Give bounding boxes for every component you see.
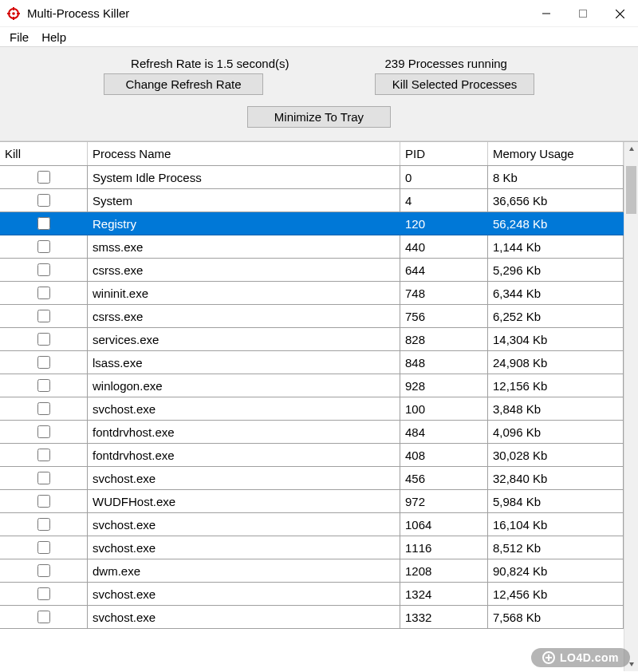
kill-cell — [0, 606, 88, 629]
kill-checkbox[interactable] — [37, 518, 50, 531]
process-name-cell: WUDFHost.exe — [88, 490, 400, 513]
table-row[interactable]: WUDFHost.exe9725,984 Kb — [0, 490, 624, 513]
vertical-scrollbar[interactable] — [624, 142, 638, 671]
table-row[interactable]: fontdrvhost.exe40830,028 Kb — [0, 444, 624, 467]
table-row[interactable]: wininit.exe7486,344 Kb — [0, 282, 624, 305]
kill-cell — [0, 235, 88, 259]
table-row[interactable]: winlogon.exe92812,156 Kb — [0, 374, 624, 397]
pid-cell: 748 — [400, 282, 488, 305]
watermark-text: LO4D.com — [560, 651, 619, 664]
minimize-to-tray-button[interactable]: Minimize To Tray — [247, 106, 391, 128]
memory-cell: 7,568 Kb — [488, 606, 624, 629]
memory-cell: 6,344 Kb — [488, 282, 624, 305]
kill-checkbox[interactable] — [37, 611, 50, 623]
kill-checkbox[interactable] — [37, 425, 50, 438]
table-row[interactable]: svchost.exe13327,568 Kb — [0, 606, 624, 629]
pid-cell: 484 — [400, 421, 488, 444]
process-name-cell: svchost.exe — [88, 606, 400, 629]
column-process-name[interactable]: Process Name — [88, 142, 400, 165]
kill-selected-processes-button[interactable]: Kill Selected Processes — [375, 73, 534, 95]
table-row[interactable]: Registry12056,248 Kb — [0, 212, 624, 235]
memory-cell: 1,144 Kb — [488, 235, 624, 259]
process-name-cell: fontdrvhost.exe — [88, 421, 400, 444]
column-kill[interactable]: Kill — [0, 142, 88, 165]
process-name-cell: System Idle Process — [88, 166, 400, 189]
table-row[interactable]: svchost.exe106416,104 Kb — [0, 513, 624, 536]
change-refresh-rate-button[interactable]: Change Refresh Rate — [104, 73, 263, 95]
table-row[interactable]: fontdrvhost.exe4844,096 Kb — [0, 421, 624, 444]
toolbar-panel: Refresh Rate is 1.5 second(s) 239 Proces… — [0, 46, 638, 141]
menu-file[interactable]: File — [3, 29, 35, 45]
memory-cell: 5,984 Kb — [488, 490, 624, 513]
svg-rect-7 — [580, 10, 587, 18]
maximize-button[interactable] — [565, 0, 601, 27]
kill-cell — [0, 351, 88, 374]
watermark-icon — [542, 651, 555, 664]
kill-checkbox[interactable] — [37, 333, 50, 346]
kill-cell — [0, 166, 88, 189]
process-name-cell: wininit.exe — [88, 282, 400, 305]
memory-cell: 56,248 Kb — [488, 212, 624, 235]
scroll-up-arrow-icon[interactable] — [624, 142, 638, 156]
table-row[interactable]: lsass.exe84824,908 Kb — [0, 351, 624, 374]
table-row[interactable]: csrss.exe6445,296 Kb — [0, 259, 624, 282]
table-row[interactable]: svchost.exe11168,512 Kb — [0, 536, 624, 559]
memory-cell: 12,456 Kb — [488, 583, 624, 606]
pid-cell: 0 — [400, 166, 488, 189]
kill-checkbox[interactable] — [37, 171, 50, 184]
process-count-label: 239 Processes running — [384, 57, 506, 70]
memory-cell: 14,304 Kb — [488, 328, 624, 351]
kill-checkbox[interactable] — [37, 263, 50, 276]
kill-cell — [0, 374, 88, 397]
kill-cell — [0, 536, 88, 559]
kill-cell — [0, 259, 88, 282]
pid-cell: 848 — [400, 351, 488, 374]
kill-checkbox[interactable] — [37, 472, 50, 484]
kill-checkbox[interactable] — [37, 310, 50, 322]
menu-help[interactable]: Help — [35, 29, 73, 45]
kill-checkbox[interactable] — [37, 564, 50, 577]
table-row[interactable]: smss.exe4401,144 Kb — [0, 235, 624, 259]
kill-checkbox[interactable] — [37, 194, 50, 207]
column-memory-usage[interactable]: Memory Usage — [488, 142, 624, 165]
memory-cell: 4,096 Kb — [488, 421, 624, 444]
kill-checkbox[interactable] — [37, 287, 50, 299]
table-row[interactable]: svchost.exe1003,848 Kb — [0, 397, 624, 421]
memory-cell: 12,156 Kb — [488, 374, 624, 397]
table-row[interactable]: System Idle Process08 Kb — [0, 166, 624, 189]
table-row[interactable]: dwm.exe120890,824 Kb — [0, 559, 624, 583]
titlebar: Multi-Process Killer — [0, 0, 638, 27]
pid-cell: 440 — [400, 235, 488, 259]
process-name-cell: fontdrvhost.exe — [88, 444, 400, 467]
table-row[interactable]: svchost.exe132412,456 Kb — [0, 583, 624, 606]
pid-cell: 100 — [400, 397, 488, 421]
scroll-thumb[interactable] — [626, 166, 636, 214]
kill-checkbox[interactable] — [37, 379, 50, 392]
pid-cell: 644 — [400, 259, 488, 282]
kill-cell — [0, 421, 88, 444]
kill-checkbox[interactable] — [37, 541, 50, 554]
minimize-button[interactable] — [528, 0, 565, 27]
svg-marker-11 — [629, 662, 634, 666]
table-row[interactable]: svchost.exe45632,840 Kb — [0, 467, 624, 490]
kill-checkbox[interactable] — [37, 449, 50, 461]
kill-checkbox[interactable] — [37, 587, 50, 600]
kill-checkbox[interactable] — [37, 402, 50, 415]
kill-checkbox[interactable] — [37, 217, 50, 230]
kill-checkbox[interactable] — [37, 356, 50, 369]
table-row[interactable]: services.exe82814,304 Kb — [0, 328, 624, 351]
memory-cell: 8,512 Kb — [488, 536, 624, 559]
process-table: Kill Process Name PID Memory Usage Syste… — [0, 141, 638, 671]
memory-cell: 8 Kb — [488, 166, 624, 189]
table-row[interactable]: csrss.exe7566,252 Kb — [0, 305, 624, 328]
table-row[interactable]: System436,656 Kb — [0, 189, 624, 212]
process-name-cell: winlogon.exe — [88, 374, 400, 397]
kill-checkbox[interactable] — [37, 495, 50, 508]
close-button[interactable] — [601, 0, 638, 27]
kill-cell — [0, 328, 88, 351]
pid-cell: 928 — [400, 374, 488, 397]
kill-checkbox[interactable] — [37, 240, 50, 253]
column-pid[interactable]: PID — [400, 142, 488, 165]
kill-cell — [0, 583, 88, 606]
pid-cell: 456 — [400, 467, 488, 490]
